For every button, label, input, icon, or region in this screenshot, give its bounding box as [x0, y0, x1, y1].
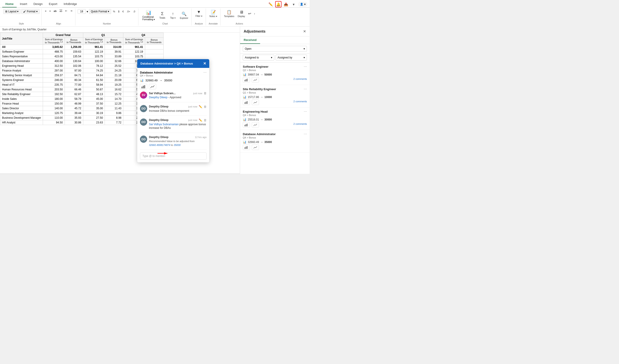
explorer-button[interactable]: 🔍 Explorer	[178, 11, 189, 20]
comment-avatar-2: DD	[140, 105, 147, 112]
text-style-ab2[interactable]: ab	[58, 9, 63, 13]
bar-chart-btn[interactable]	[243, 145, 250, 150]
undo-button[interactable]: ↩	[247, 11, 252, 16]
layout-button[interactable]: ⊞ Layout ▾	[3, 9, 20, 14]
tab-infobridge[interactable]: InfoBridge	[60, 1, 80, 7]
cell-gt-earnings: 203.50	[43, 87, 65, 92]
dollar-btn[interactable]: $	[117, 10, 121, 13]
user-button[interactable]: 👤 ▾	[298, 2, 307, 7]
share-icon[interactable]: 📤	[283, 1, 289, 7]
adj-dots-menu[interactable]: ⋯	[304, 110, 307, 113]
adj-item-sub: Q4 > Bonus	[243, 114, 307, 116]
font-size-input[interactable]	[78, 9, 86, 14]
panel-close-button[interactable]: ✕	[303, 29, 306, 33]
bar-chart-btn[interactable]	[243, 122, 250, 127]
panel-header: Adjustments ✕	[240, 27, 310, 36]
cell-gt-earnings: 120.75	[43, 111, 65, 116]
display-button[interactable]: 🖥 Display	[236, 9, 246, 18]
filter-button[interactable]: ▼ Filter ▾	[194, 9, 204, 18]
edit-icon[interactable]: ✏️	[267, 1, 274, 7]
indent-btn[interactable]: ⇤	[64, 9, 68, 13]
adj-item: Software Engineer ⋯ Q2 > Bonus 📊 39907.0…	[240, 63, 310, 85]
display-label: Display	[238, 15, 245, 17]
templates-button[interactable]: 📋 Templates	[223, 9, 236, 18]
rec-val1[interactable]: 32660.4908174874	[149, 144, 170, 146]
totals-button[interactable]: Σ Totals	[157, 11, 167, 20]
tab-insert[interactable]: Insert	[17, 1, 30, 7]
adj-value-to: 50000	[264, 73, 272, 76]
assigned-to-filter[interactable]: Assigned to ▾	[243, 55, 274, 60]
edit-icon-2[interactable]: ✏️	[199, 105, 202, 108]
cell-q1-bonus: 25.52	[105, 64, 123, 68]
notes-label: Notes ▾	[210, 15, 217, 17]
decimal-up-btn[interactable]: .0+	[126, 10, 131, 13]
bar-chart-icon: 📊	[140, 79, 143, 82]
adj-dots-menu[interactable]: ⋯	[304, 87, 307, 91]
panel-title: Adjustments	[244, 29, 266, 33]
assigned-to-label: Assigned to	[245, 56, 259, 59]
delete-icon-3[interactable]: 🗑	[204, 119, 207, 122]
table-row: All 3,845.62 1,256.00 961.41 314.00 961.…	[0, 45, 164, 50]
popup-bar-chart-icon[interactable]	[140, 84, 147, 89]
tab-design[interactable]: Design	[30, 1, 46, 7]
line-chart-btn[interactable]	[252, 77, 259, 82]
adj-list: Software Engineer ⋯ Q2 > Bonus 📊 39907.0…	[240, 63, 310, 174]
percent-btn[interactable]: %	[112, 10, 116, 13]
bar-chart-btn[interactable]	[243, 100, 250, 105]
line-chart-btn[interactable]	[252, 122, 259, 127]
tab-home[interactable]: Home	[2, 1, 17, 7]
mention-link[interactable]: Sai Vidhya Subramanian	[149, 123, 179, 126]
col-q4: Q4	[123, 33, 163, 38]
adjustments-panel: Adjustments ✕ Received Open ▾ Assigned t…	[240, 27, 310, 174]
text-style-ab1[interactable]: ab	[53, 9, 58, 13]
comments-link[interactable]: 2 comments	[294, 100, 307, 105]
comments-link[interactable]: 2 comments	[294, 78, 307, 82]
approved-name[interactable]: Deepthy Dileep	[149, 96, 168, 99]
bar-chart-btn[interactable]	[243, 77, 250, 82]
adj-dots-menu[interactable]: ⋯	[304, 132, 307, 136]
panel-tab-received[interactable]: Received	[240, 36, 260, 44]
adj-dots-menu[interactable]: ⋯	[304, 65, 307, 68]
status-filter[interactable]: Open ▾	[243, 46, 307, 52]
popup-line-chart-icon[interactable]	[149, 84, 156, 89]
quick-format-button[interactable]: Quick Format ▾	[89, 9, 111, 14]
comment-input[interactable]: Type @ to mention	[140, 152, 207, 160]
svg-rect-8	[245, 102, 245, 104]
notes-button[interactable]: 📝 Notes ▾	[208, 9, 218, 18]
more-actions-button[interactable]: ›	[253, 12, 256, 16]
popup-close-button[interactable]: ✕	[203, 61, 206, 66]
format-button[interactable]: 🖌 Format ▾	[21, 9, 39, 14]
rec-val2[interactable]: 35000	[174, 144, 181, 146]
more-icon[interactable]: ▾	[291, 1, 297, 7]
delete-icon-2[interactable]: 🗑	[204, 105, 207, 108]
cell-gt-bonus: 30.86	[65, 120, 83, 125]
assigned-by-filter[interactable]: Assigned by ▾	[276, 55, 307, 60]
cell-gt-earnings: 400.00	[43, 59, 65, 64]
adj-arrow: →	[260, 73, 263, 76]
delete-icon-1[interactable]: 🗑	[204, 92, 207, 95]
totals-label: Totals	[159, 17, 165, 19]
line-chart-btn[interactable]	[252, 145, 259, 150]
svg-rect-14	[245, 147, 245, 149]
adj-bar-icon: 📊	[243, 95, 246, 99]
comments-link[interactable]: 2 comments	[294, 122, 307, 127]
tab-export[interactable]: Export	[46, 1, 60, 7]
align-left-btn[interactable]: ≡	[44, 9, 47, 13]
line-chart-btn[interactable]	[252, 100, 259, 105]
cell-q1-bonus: 20.09	[105, 78, 123, 82]
align-center-btn[interactable]: ≡	[48, 9, 52, 13]
topn-button[interactable]: ↑ Top n	[168, 11, 178, 20]
edit-icon-3[interactable]: ✏️	[199, 119, 202, 122]
euro-btn[interactable]: €	[121, 10, 125, 13]
popup-dots-menu[interactable]: ⋯	[203, 71, 207, 74]
format-icon: 🖌	[23, 10, 26, 13]
comment-author-1: Sai Vidhya Subram...	[149, 92, 176, 95]
outdent-btn[interactable]: ⇥	[69, 9, 73, 13]
popup-entity-row: Database Administrator ⋯	[140, 71, 207, 74]
cell-q1-earnings: 27.50	[83, 116, 105, 120]
decimal-down-btn[interactable]: .0	[132, 10, 136, 13]
ribbon-group-number: ▾ Quick Format ▾ % $ € .0+ .0 Number	[76, 9, 138, 26]
bell-icon[interactable]: 🔔	[275, 1, 281, 7]
cell-gt-bonus: 48.99	[65, 101, 83, 106]
conditional-formatting-button[interactable]: 📊 ConditionalFormatting ▾	[141, 9, 157, 22]
